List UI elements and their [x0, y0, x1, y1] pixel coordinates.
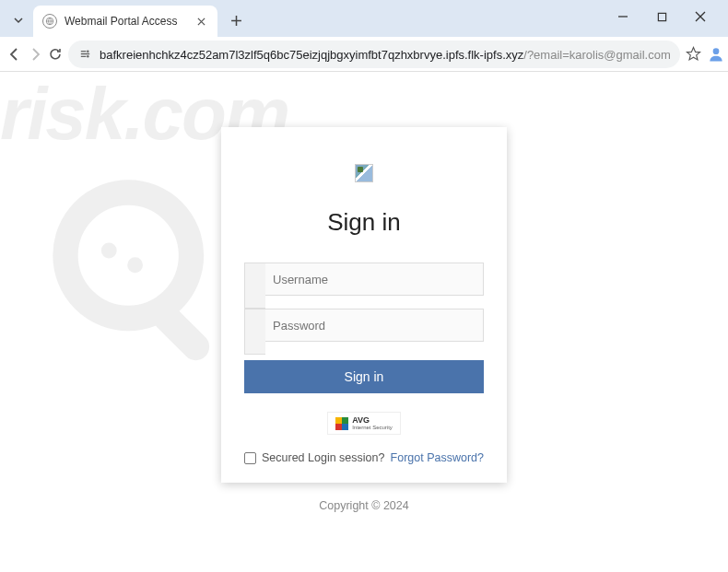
- signin-button[interactable]: Sign in: [244, 360, 484, 393]
- username-field-wrap: [244, 263, 484, 309]
- avg-badge: AVG Internet Security: [327, 412, 401, 435]
- badge-subtitle: Internet Security: [352, 425, 393, 430]
- svg-point-8: [65, 193, 192, 319]
- forgot-password-link[interactable]: Forgot Password?: [391, 451, 484, 464]
- password-input[interactable]: [244, 309, 484, 342]
- copyright-text: Copyright © 2024: [319, 499, 408, 512]
- svg-point-10: [127, 257, 143, 273]
- signin-heading: Sign in: [327, 208, 401, 237]
- site-settings-icon[interactable]: [77, 47, 92, 62]
- minimize-button[interactable]: [610, 4, 636, 29]
- svg-rect-1: [658, 13, 665, 20]
- login-card: Sign in Sign in AVG Internet Security Se…: [221, 127, 507, 483]
- avg-logo-icon: [335, 417, 348, 430]
- tab-close-button[interactable]: [194, 14, 208, 29]
- maximize-button[interactable]: [649, 4, 675, 29]
- tab-title: Webmail Portal Access: [65, 15, 186, 28]
- broken-image-icon: [355, 164, 373, 182]
- bookmark-button[interactable]: [686, 41, 701, 67]
- svg-point-9: [101, 243, 117, 259]
- svg-point-2: [87, 50, 88, 52]
- forward-button[interactable]: [28, 41, 42, 67]
- svg-point-4: [712, 48, 719, 54]
- browser-tab[interactable]: Webmail Portal Access: [33, 6, 217, 37]
- svg-point-3: [87, 55, 88, 57]
- browser-titlebar: Webmail Portal Access: [0, 0, 728, 37]
- window-controls: [610, 4, 713, 29]
- username-input[interactable]: [244, 263, 484, 296]
- back-button[interactable]: [7, 41, 22, 67]
- close-window-button[interactable]: [687, 4, 713, 29]
- address-bar[interactable]: bafkreienhchkz4cz52am7l3zlf5q6bc75eizjqj…: [68, 41, 680, 68]
- secured-session-label: Secured Login session?: [262, 451, 384, 464]
- checkbox-icon: [244, 452, 256, 464]
- reload-button[interactable]: [48, 41, 63, 67]
- password-field-wrap: [244, 309, 484, 355]
- profile-button[interactable]: [707, 41, 725, 67]
- browser-toolbar: bafkreienhchkz4cz52am7l3zlf5q6bc75eizjqj…: [0, 37, 728, 72]
- page-content: risk.com Sign in Sign in AVG Internet Se…: [0, 72, 728, 572]
- globe-icon: [42, 14, 57, 29]
- url-text: bafkreienhchkz4cz52am7l3zlf5q6bc75eizjqj…: [100, 46, 671, 63]
- url-host: bafkreienhchkz4cz52am7l3zlf5q6bc75eizjqj…: [100, 48, 523, 62]
- url-path: /?email=karolis@gmail.com: [523, 48, 671, 62]
- card-footer: Secured Login session? Forgot Password?: [244, 451, 484, 464]
- badge-name: AVG: [352, 416, 393, 425]
- new-tab-button[interactable]: [223, 7, 249, 33]
- tabs-dropdown-button[interactable]: [7, 7, 29, 33]
- svg-rect-11: [147, 299, 215, 367]
- secured-session-checkbox[interactable]: Secured Login session?: [244, 451, 384, 464]
